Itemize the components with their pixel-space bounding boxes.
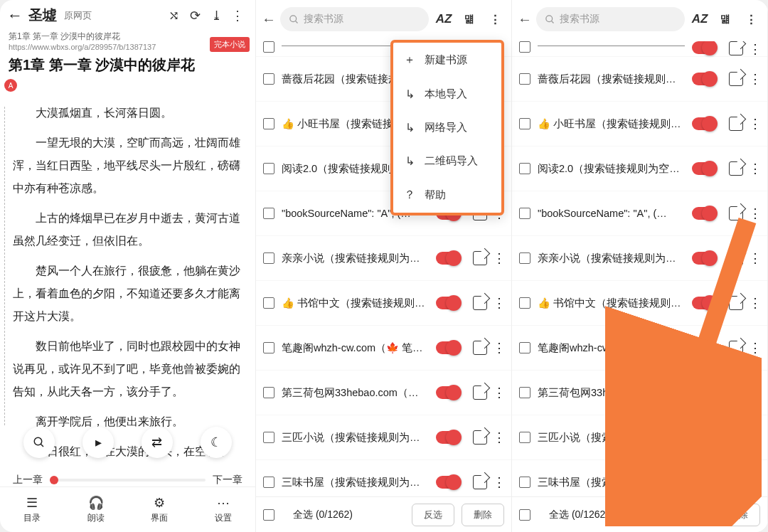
- item-checkbox[interactable]: [519, 477, 530, 488]
- item-checkbox[interactable]: [263, 208, 274, 219]
- enable-toggle[interactable]: [436, 252, 460, 265]
- edit-icon[interactable]: [729, 430, 743, 445]
- shuffle-icon[interactable]: ⤭: [163, 8, 184, 23]
- download-icon[interactable]: ⤓: [206, 8, 227, 23]
- item-checkbox[interactable]: [519, 208, 530, 219]
- search-input[interactable]: 搜索书源: [280, 7, 429, 31]
- finish-badge[interactable]: 完本小说: [210, 37, 250, 52]
- item-checkbox[interactable]: [263, 342, 274, 353]
- select-all-checkbox[interactable]: [263, 509, 274, 521]
- edit-icon[interactable]: [729, 72, 743, 86]
- search-button[interactable]: [23, 427, 55, 458]
- list-item[interactable]: ⋮: [512, 41, 767, 57]
- enable-toggle[interactable]: [436, 297, 460, 309]
- item-more-icon[interactable]: ⋮: [749, 474, 760, 490]
- item-checkbox[interactable]: [519, 118, 530, 129]
- play-button[interactable]: ▸: [82, 427, 114, 458]
- list-item[interactable]: 亲亲小说（搜索链接规则为空，…⋮: [256, 236, 511, 281]
- item-checkbox[interactable]: [519, 163, 530, 174]
- enable-toggle[interactable]: [436, 341, 460, 354]
- enable-toggle[interactable]: [692, 41, 716, 54]
- list-item[interactable]: 三味书屋（搜索链接规则为空，…⋮: [512, 460, 767, 496]
- back-icon[interactable]: ←: [262, 11, 276, 28]
- item-more-icon[interactable]: ⋮: [749, 206, 760, 221]
- enable-toggle[interactable]: [692, 341, 716, 354]
- item-more-icon[interactable]: ⋮: [749, 295, 760, 311]
- enable-toggle[interactable]: [692, 297, 716, 309]
- list-item[interactable]: 阅读2.0（搜索链接规则为空，…⋮: [512, 147, 767, 191]
- menu-new-source[interactable]: ＋新建书源: [393, 43, 501, 78]
- item-checkbox[interactable]: [263, 297, 274, 309]
- item-more-icon[interactable]: ⋮: [749, 41, 760, 57]
- edit-icon[interactable]: [729, 41, 743, 55]
- item-checkbox[interactable]: [263, 252, 274, 264]
- delete-button[interactable]: 删除: [462, 504, 504, 526]
- item-more-icon[interactable]: ⋮: [493, 340, 504, 356]
- back-icon[interactable]: ←: [7, 6, 24, 25]
- nav-toc[interactable]: ☰目录: [0, 487, 64, 532]
- list-item[interactable]: 三匹小说（搜索链接规则为空，…⋮: [512, 415, 767, 460]
- edit-icon[interactable]: [729, 206, 743, 220]
- enable-toggle[interactable]: [692, 386, 716, 399]
- invert-button[interactable]: 反选: [412, 504, 454, 526]
- edit-icon[interactable]: [729, 385, 743, 400]
- list-item[interactable]: 笔趣阁whzh-cw.com（🍁 笔…⋮: [512, 326, 767, 371]
- prev-chapter[interactable]: 上一章: [13, 474, 43, 486]
- item-checkbox[interactable]: [519, 432, 530, 443]
- menu-local-import[interactable]: ↳本地导入: [393, 78, 501, 111]
- enable-toggle[interactable]: [436, 476, 460, 489]
- item-more-icon[interactable]: ⋮: [493, 385, 504, 400]
- item-more-icon[interactable]: ⋮: [749, 71, 760, 87]
- enable-toggle[interactable]: [692, 476, 716, 489]
- select-all-label[interactable]: 全选 (0/1262): [293, 509, 405, 521]
- select-all-checkbox[interactable]: [519, 509, 530, 521]
- select-all-label[interactable]: 全选 (0/1262): [549, 509, 661, 521]
- more-icon[interactable]: ⋮: [227, 8, 248, 23]
- item-checkbox[interactable]: [263, 41, 274, 53]
- item-more-icon[interactable]: ⋮: [749, 250, 760, 266]
- origin-link[interactable]: 原网页: [64, 9, 92, 22]
- list-item[interactable]: 👍 书馆中文（搜索链接规则为…⋮: [512, 281, 767, 326]
- more-icon[interactable]: ⋮: [484, 12, 506, 27]
- edit-icon[interactable]: [473, 296, 487, 310]
- item-checkbox[interactable]: [519, 41, 530, 53]
- item-more-icon[interactable]: ⋮: [749, 161, 760, 176]
- night-button[interactable]: ☾: [201, 427, 232, 458]
- list-item[interactable]: 第三荷包网33hebao.com（搜…⋮: [256, 371, 511, 415]
- search-input[interactable]: 搜索书源: [536, 7, 685, 31]
- edit-icon[interactable]: [473, 251, 487, 265]
- list-item[interactable]: 三味书屋（搜索链接规则为空，…⋮: [256, 460, 511, 496]
- more-icon[interactable]: ⋮: [740, 12, 762, 27]
- item-checkbox[interactable]: [519, 73, 530, 85]
- back-icon[interactable]: ←: [518, 11, 532, 28]
- item-more-icon[interactable]: ⋮: [493, 430, 504, 445]
- menu-network-import[interactable]: ↳网络导入: [393, 111, 501, 144]
- edit-icon[interactable]: [473, 385, 487, 400]
- item-checkbox[interactable]: [263, 432, 274, 443]
- item-more-icon[interactable]: ⋮: [493, 474, 504, 490]
- nav-settings[interactable]: ⋯设置: [191, 487, 255, 532]
- enable-toggle[interactable]: [692, 252, 716, 265]
- item-checkbox[interactable]: [519, 387, 530, 398]
- item-more-icon[interactable]: ⋮: [493, 250, 504, 266]
- edit-icon[interactable]: [729, 296, 743, 310]
- list-item[interactable]: 第三荷包网33hebao.com（搜…⋮: [512, 371, 767, 415]
- nav-read[interactable]: 🎧朗读: [64, 487, 128, 532]
- enable-toggle[interactable]: [436, 431, 460, 444]
- item-checkbox[interactable]: [263, 477, 274, 488]
- item-checkbox[interactable]: [263, 163, 274, 174]
- item-more-icon[interactable]: ⋮: [749, 340, 760, 356]
- list-item[interactable]: 三匹小说（搜索链接规则为空，…⋮: [256, 415, 511, 460]
- source-list[interactable]: ⋮蔷薇后花园（搜索链接规则为…⋮👍 小旺书屋（搜索链接规则为…⋮阅读2.0（搜索…: [512, 41, 767, 496]
- delete-button[interactable]: 删除: [718, 504, 760, 526]
- enable-toggle[interactable]: [436, 386, 460, 399]
- edit-icon[interactable]: [729, 161, 743, 176]
- list-item[interactable]: "bookSourceName": "A", (…⋮: [512, 191, 767, 236]
- refresh-icon[interactable]: ⟳: [184, 8, 206, 23]
- enable-toggle[interactable]: [692, 431, 716, 444]
- item-more-icon[interactable]: ⋮: [749, 116, 760, 132]
- enable-toggle[interactable]: [692, 73, 716, 85]
- list-item[interactable]: 👍 书馆中文（搜索链接规则为…⋮: [256, 281, 511, 326]
- item-more-icon[interactable]: ⋮: [749, 385, 760, 400]
- item-checkbox[interactable]: [263, 118, 274, 129]
